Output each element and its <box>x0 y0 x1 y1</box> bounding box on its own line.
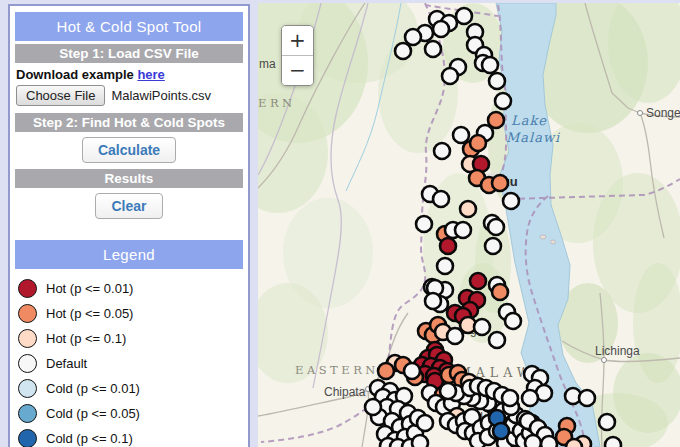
legend-label: Hot (p <= 0.01) <box>46 281 133 296</box>
map-marker-h5[interactable] <box>470 135 486 151</box>
map-marker-d[interactable] <box>503 193 519 209</box>
download-example-row: Download example here <box>10 66 248 85</box>
map-marker-h1[interactable] <box>470 273 486 289</box>
label-town-partial: ma <box>259 57 276 71</box>
app-title: Hot & Cold Spot Tool <box>15 12 243 41</box>
map-marker-d[interactable] <box>485 238 501 254</box>
legend-swatch <box>18 404 37 423</box>
map-marker-d[interactable] <box>505 313 521 329</box>
zoom-in-button[interactable]: + <box>282 26 313 55</box>
legend-swatch <box>18 329 37 348</box>
town-dot-lichinga <box>602 358 607 363</box>
label-lake-line1: Lake <box>511 113 547 128</box>
map-marker-d[interactable] <box>502 390 518 406</box>
map[interactable]: ma ERN Lake Malawi Mzuzu Kasungu MALAWI … <box>258 3 680 447</box>
map-marker-d[interactable] <box>404 363 420 379</box>
map-marker-h5[interactable] <box>492 284 508 300</box>
label-songea: Songea <box>646 106 680 120</box>
label-lake-line2: Malawi <box>506 130 560 145</box>
legend-swatch <box>18 354 37 373</box>
map-marker-d[interactable] <box>416 216 432 232</box>
map-marker-d[interactable] <box>525 435 541 447</box>
legend-label: Cold (p <= 0.05) <box>46 406 140 421</box>
map-marker-h5[interactable] <box>492 175 508 191</box>
legend-swatch <box>18 429 37 447</box>
legend-item: Default <box>12 351 246 376</box>
sidebar-panel: Hot & Cold Spot Tool Step 1: Load CSV Fi… <box>8 4 250 447</box>
legend-label: Cold (p <= 0.01) <box>46 381 140 396</box>
map-zoom-control: + − <box>281 25 314 86</box>
map-marker-d[interactable] <box>433 21 449 37</box>
legend-list: Hot (p <= 0.01)Hot (p <= 0.05)Hot (p <= … <box>10 272 248 447</box>
map-marker-d[interactable] <box>482 57 498 73</box>
map-marker-d[interactable] <box>440 383 456 399</box>
download-example-link[interactable]: here <box>137 67 164 82</box>
results-header: Results <box>15 169 243 188</box>
legend-item: Cold (p <= 0.01) <box>12 376 246 401</box>
legend-label: Default <box>46 356 87 371</box>
calculate-button[interactable]: Calculate <box>82 137 176 163</box>
map-marker-d[interactable] <box>437 258 453 274</box>
label-chipata: Chipata <box>324 385 366 399</box>
map-marker-d[interactable] <box>488 219 504 235</box>
zoom-out-button[interactable]: − <box>282 56 313 85</box>
legend-item: Hot (p <= 0.05) <box>12 301 246 326</box>
selected-file-name: MalawiPoints.csv <box>111 88 211 103</box>
map-canvas: ma ERN Lake Malawi Mzuzu Kasungu MALAWI … <box>258 3 680 447</box>
town-dot-songea <box>638 111 643 116</box>
legend-swatch <box>18 279 37 298</box>
map-marker-d[interactable] <box>455 222 471 238</box>
map-marker-d[interactable] <box>365 399 381 415</box>
page: Hot & Cold Spot Tool Step 1: Load CSV Fi… <box>0 0 680 447</box>
choose-file-button[interactable]: Choose File <box>16 85 105 106</box>
map-marker-d[interactable] <box>412 435 428 447</box>
map-marker-d[interactable] <box>417 415 433 431</box>
map-marker-d[interactable] <box>605 437 621 447</box>
map-marker-d[interactable] <box>522 390 538 406</box>
map-marker-d[interactable] <box>579 390 595 406</box>
label-eastern: EASTERN <box>295 363 379 377</box>
map-marker-d[interactable] <box>489 332 505 348</box>
map-marker-c10[interactable] <box>493 423 509 439</box>
map-marker-d[interactable] <box>395 43 411 59</box>
map-marker-d[interactable] <box>425 41 441 57</box>
map-marker-d[interactable] <box>474 319 490 335</box>
step1-header: Step 1: Load CSV File <box>15 44 243 63</box>
legend-item: Hot (p <= 0.01) <box>12 276 246 301</box>
legend-swatch <box>18 304 37 323</box>
legend-item: Cold (p <= 0.1) <box>12 426 246 447</box>
map-marker-d[interactable] <box>599 414 615 430</box>
map-marker-d[interactable] <box>489 73 505 89</box>
file-input-row: Choose File MalawiPoints.csv <box>10 85 248 110</box>
legend-swatch <box>18 379 37 398</box>
map-marker-h5[interactable] <box>378 363 394 379</box>
label-lichinga: Lichinga <box>595 344 640 358</box>
map-marker-d[interactable] <box>495 93 511 109</box>
map-marker-d[interactable] <box>447 328 463 344</box>
legend-label: Hot (p <= 0.05) <box>46 306 133 321</box>
legend-item: Hot (p <= 0.1) <box>12 326 246 351</box>
clear-button[interactable]: Clear <box>95 193 162 219</box>
map-marker-h10[interactable] <box>460 201 476 217</box>
map-marker-d[interactable] <box>433 191 449 207</box>
map-marker-d[interactable] <box>453 127 469 143</box>
map-marker-h10[interactable] <box>566 439 582 447</box>
legend-header: Legend <box>15 240 243 269</box>
map-marker-h1[interactable] <box>440 238 456 254</box>
step2-header: Step 2: Find Hot & Cold Spots <box>15 113 243 132</box>
map-marker-d[interactable] <box>434 143 450 159</box>
legend-item: Cold (p <= 0.05) <box>12 401 246 426</box>
label-region-partial: ERN <box>258 96 296 110</box>
map-marker-d[interactable] <box>405 29 421 45</box>
map-marker-d[interactable] <box>425 293 441 309</box>
map-marker-d[interactable] <box>442 68 458 84</box>
map-marker-d[interactable] <box>541 436 557 447</box>
legend-label: Cold (p <= 0.1) <box>46 431 133 446</box>
map-marker-d[interactable] <box>456 8 472 24</box>
download-example-text: Download example <box>16 67 137 82</box>
legend-label: Hot (p <= 0.1) <box>46 331 126 346</box>
